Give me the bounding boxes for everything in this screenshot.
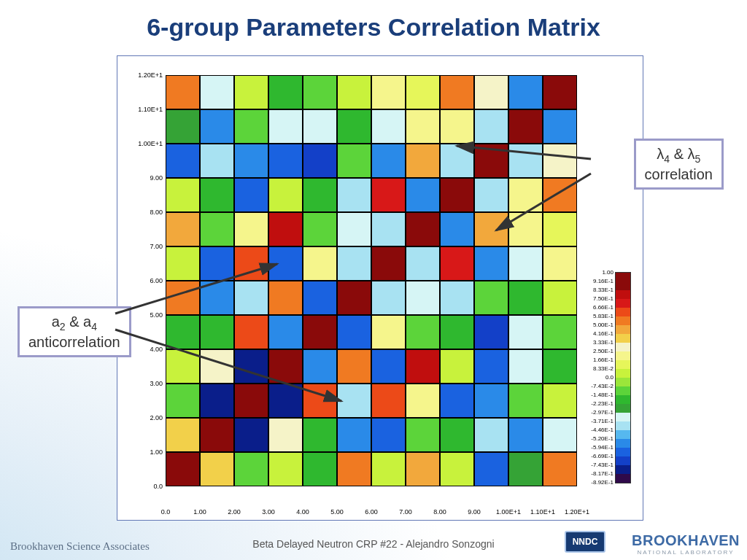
y-tick: 9.00	[117, 174, 163, 182]
heatmap-cell	[474, 109, 508, 144]
colorbar-label: -8.17E-1	[591, 470, 614, 477]
heatmap	[166, 75, 577, 486]
heatmap-cell	[474, 212, 508, 246]
colorbar-label: -3.71E-1	[591, 418, 614, 424]
x-tick: 6.00	[365, 508, 378, 516]
heatmap-cell	[474, 349, 508, 384]
heatmap-cell	[406, 452, 440, 486]
heatmap-cell	[406, 281, 440, 315]
heatmap-cell	[166, 384, 200, 418]
logo-nndc: NNDC	[565, 531, 605, 553]
x-tick: 1.10E+1	[530, 508, 555, 516]
y-tick: 1.20E+1	[117, 71, 163, 79]
heatmap-cell	[268, 315, 303, 349]
heatmap-cell	[406, 384, 440, 418]
heatmap-cell	[268, 178, 303, 212]
heatmap-cell	[200, 349, 234, 384]
heatmap-cell	[303, 246, 337, 281]
heatmap-cell	[508, 246, 543, 281]
heatmap-cell	[166, 315, 200, 349]
heatmap-cell	[234, 418, 268, 452]
heatmap-cell	[268, 452, 303, 486]
heatmap-cell	[543, 178, 577, 212]
heatmap-cell	[371, 349, 406, 384]
colorbar-label: -1.48E-1	[591, 392, 614, 398]
heatmap-cell	[440, 246, 474, 281]
heatmap-cell	[166, 246, 200, 281]
heatmap-cell	[303, 281, 337, 315]
heatmap-cell	[303, 212, 337, 246]
heatmap-cell	[268, 418, 303, 452]
heatmap-cell	[371, 452, 406, 486]
heatmap-cell	[268, 349, 303, 384]
colorbar-label: 8.33E-2	[593, 365, 614, 372]
x-tick: 8.00	[433, 508, 446, 516]
colorbar-label: -8.92E-1	[591, 479, 614, 486]
heatmap-cell	[406, 144, 440, 178]
heatmap-cell	[508, 109, 543, 144]
heatmap-cell	[406, 349, 440, 384]
heatmap-cell	[234, 384, 268, 418]
heatmap-cell	[268, 144, 303, 178]
heatmap-cell	[371, 281, 406, 315]
x-tick: 2.00	[228, 508, 241, 516]
heatmap-cell	[268, 212, 303, 246]
heatmap-cell	[166, 452, 200, 486]
heatmap-cell	[508, 281, 543, 315]
heatmap-cell	[234, 452, 268, 486]
heatmap-cell	[440, 349, 474, 384]
heatmap-cell	[337, 418, 371, 452]
heatmap-cell	[337, 109, 371, 144]
heatmap-cell	[543, 109, 577, 144]
heatmap-cell	[508, 452, 543, 486]
heatmap-cell	[508, 178, 543, 212]
heatmap-cell	[303, 144, 337, 178]
x-tick: 1.00E+1	[496, 508, 521, 516]
heatmap-cell	[166, 212, 200, 246]
heatmap-cell	[234, 212, 268, 246]
heatmap-cell	[406, 246, 440, 281]
x-tick: 1.00	[193, 508, 206, 516]
heatmap-cell	[303, 452, 337, 486]
heatmap-cell	[337, 212, 371, 246]
heatmap-cell	[508, 75, 543, 109]
heatmap-cell	[166, 144, 200, 178]
y-tick: 6.00	[117, 277, 163, 284]
heatmap-cell	[303, 384, 337, 418]
heatmap-cell	[440, 178, 474, 212]
heatmap-cell	[474, 246, 508, 281]
heatmap-cell	[234, 109, 268, 144]
x-tick: 9.00	[468, 508, 481, 516]
heatmap-cell	[474, 281, 508, 315]
heatmap-cell	[268, 109, 303, 144]
heatmap-cell	[371, 418, 406, 452]
heatmap-cell	[337, 178, 371, 212]
heatmap-cell	[166, 349, 200, 384]
heatmap-cell	[303, 315, 337, 349]
heatmap-cell	[474, 452, 508, 486]
heatmap-cell	[166, 281, 200, 315]
colorbar-label: 3.33E-1	[593, 339, 614, 346]
heatmap-cell	[234, 75, 268, 109]
heatmap-cell	[508, 144, 543, 178]
heatmap-cell	[268, 384, 303, 418]
heatmap-cell	[234, 246, 268, 281]
heatmap-cell	[406, 315, 440, 349]
heatmap-cell	[200, 212, 234, 246]
heatmap-cell	[268, 75, 303, 109]
heatmap-cell	[474, 178, 508, 212]
heatmap-cell	[337, 384, 371, 418]
heatmap-cell	[508, 349, 543, 384]
heatmap-cell	[371, 178, 406, 212]
heatmap-cell	[474, 315, 508, 349]
callout-anticorrelation: a2 & a4 anticorrelation	[18, 306, 131, 357]
x-tick: 5.00	[330, 508, 344, 516]
heatmap-cell	[234, 281, 268, 315]
colorbar-label: -5.20E-1	[591, 435, 614, 442]
heatmap-cell	[371, 315, 406, 349]
heatmap-cell	[474, 75, 508, 109]
heatmap-cell	[543, 212, 577, 246]
colorbar-strip	[615, 272, 631, 483]
heatmap-cell	[337, 281, 371, 315]
x-tick: 0.0	[161, 508, 171, 516]
